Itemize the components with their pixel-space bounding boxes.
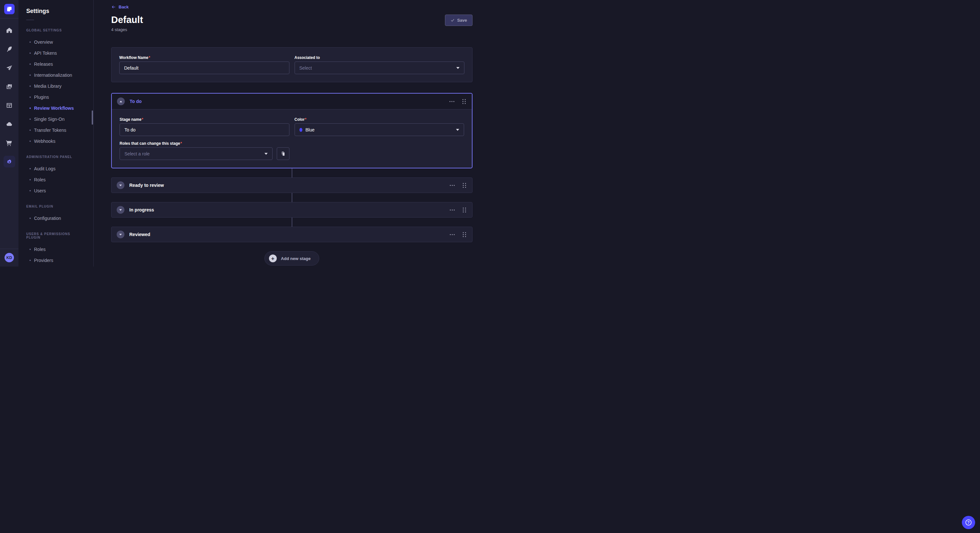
stage-card-ready-to-review: Ready to review <box>111 178 473 193</box>
stage-title: To do <box>130 99 142 104</box>
bullet-icon <box>30 260 31 261</box>
stage-card-reviewed: Reviewed <box>111 227 473 242</box>
collapse-stage-button[interactable] <box>117 97 125 105</box>
bullet-icon <box>30 217 31 219</box>
stage-body: Stage name* Color* Blue <box>112 109 472 168</box>
media-library-nav-button[interactable] <box>3 81 15 92</box>
roles-select[interactable]: Select a role <box>119 148 272 160</box>
bullet-icon <box>30 108 31 109</box>
content-type-builder-nav-button[interactable] <box>3 43 15 55</box>
sidebar-item-admin-roles[interactable]: Roles <box>19 174 93 185</box>
color-select[interactable]: Blue <box>294 124 465 136</box>
blue-color-dot-icon <box>299 128 302 132</box>
cloud-icon <box>6 121 13 128</box>
home-icon <box>6 27 13 34</box>
sidebar-item-releases[interactable]: Releases <box>19 59 93 70</box>
cloud-nav-button[interactable] <box>3 118 15 130</box>
sidebar-item-internationalization[interactable]: Internationalization <box>19 70 93 81</box>
bullet-icon <box>30 179 31 180</box>
stage-more-options-button[interactable] <box>449 208 455 212</box>
sidebar-item-email-configuration[interactable]: Configuration <box>19 213 93 224</box>
stage-title: Reviewed <box>129 232 150 237</box>
home-nav-button[interactable] <box>3 24 15 36</box>
layout-icon <box>6 102 13 109</box>
stages-list: To do Stage name* Color* <box>111 93 473 242</box>
sidebar-item-overview[interactable]: Overview <box>19 36 93 48</box>
settings-nav-button[interactable] <box>3 156 15 167</box>
duplicate-icon <box>281 151 285 156</box>
stage-name-input[interactable] <box>119 124 290 136</box>
sidebar-item-api-tokens[interactable]: API Tokens <box>19 48 93 59</box>
strapi-logo-icon[interactable] <box>4 4 14 14</box>
drag-handle-icon[interactable] <box>462 231 467 238</box>
stage-more-options-button[interactable] <box>449 184 455 187</box>
stage-more-options-button[interactable] <box>449 100 455 103</box>
stage-title: In progress <box>129 207 154 213</box>
sidebar-item-review-workflows[interactable]: Review Workflows <box>19 103 93 114</box>
sidebar-item-admin-users[interactable]: Users <box>19 185 93 196</box>
associated-to-label: Associated to <box>294 56 465 60</box>
stage-card-to-do: To do Stage name* Color* <box>111 93 473 168</box>
sidebar-item-media-library[interactable]: Media Library <box>19 81 93 92</box>
stage-header[interactable]: Ready to review <box>111 178 472 193</box>
apply-to-all-stages-button[interactable] <box>277 148 290 160</box>
stage-header[interactable]: In progress <box>111 202 472 217</box>
images-icon <box>6 83 13 90</box>
bullet-icon <box>30 97 31 98</box>
chevron-up-icon <box>119 101 122 102</box>
bullet-icon <box>30 130 31 131</box>
stage-more-options-button[interactable] <box>449 233 455 236</box>
marketplace-nav-button[interactable] <box>3 137 15 149</box>
add-new-stage-button[interactable]: + Add new stage <box>264 251 320 265</box>
drag-handle-icon[interactable] <box>462 182 467 189</box>
sidebar-item-up-roles[interactable]: Roles <box>19 244 93 255</box>
stage-header[interactable]: To do <box>112 94 472 109</box>
bullet-icon <box>30 119 31 120</box>
gear-icon <box>6 159 13 165</box>
subnav-title: Settings <box>19 8 93 14</box>
drag-handle-icon[interactable] <box>462 206 467 213</box>
bullet-icon <box>30 52 31 54</box>
chevron-down-icon <box>119 234 122 235</box>
bullet-icon <box>30 190 31 191</box>
stage-card-in-progress: In progress <box>111 202 473 217</box>
user-avatar[interactable]: KD <box>5 253 14 262</box>
chevron-down-icon <box>264 153 268 155</box>
sidebar-item-single-sign-on[interactable]: Single Sign-On <box>19 114 93 125</box>
bullet-icon <box>30 168 31 169</box>
plus-icon: + <box>269 254 277 262</box>
section-label-email-plugin: EMAIL PLUGIN <box>19 205 93 208</box>
expand-stage-button[interactable] <box>117 230 124 238</box>
title-divider <box>26 20 34 20</box>
workflow-name-input[interactable] <box>119 62 290 74</box>
arrow-left-icon <box>111 5 116 10</box>
shopping-cart-icon <box>6 140 13 146</box>
bullet-icon <box>30 249 31 250</box>
deploy-nav-button[interactable] <box>3 62 15 73</box>
stage-title: Ready to review <box>129 182 164 188</box>
sidebar-item-webhooks[interactable]: Webhooks <box>19 136 93 147</box>
expand-stage-button[interactable] <box>117 181 124 189</box>
check-icon <box>450 18 455 22</box>
logo-wrap <box>0 0 19 19</box>
stage-header[interactable]: Reviewed <box>111 227 472 242</box>
associated-to-select[interactable]: Select <box>294 62 465 74</box>
drag-handle-icon[interactable] <box>461 98 467 105</box>
subnav-scrollbar-thumb[interactable] <box>92 110 93 125</box>
stage-name-label: Stage name* <box>119 117 290 122</box>
section-label-administration-panel: ADMINISTRATION PANEL <box>19 155 93 159</box>
chevron-down-icon <box>119 209 122 211</box>
sidebar-item-up-providers[interactable]: Providers <box>19 255 93 266</box>
section-label-global-settings: GLOBAL SETTINGS <box>19 29 93 32</box>
sidebar-item-plugins[interactable]: Plugins <box>19 92 93 103</box>
page-title: Default <box>111 14 143 25</box>
save-button[interactable]: Save <box>445 14 473 26</box>
expand-stage-button[interactable] <box>117 206 124 214</box>
sidebar-item-audit-logs[interactable]: Audit Logs <box>19 163 93 174</box>
workflow-form-card: Workflow Name* Associated to Select <box>111 47 473 82</box>
sidebar-item-transfer-tokens[interactable]: Transfer Tokens <box>19 125 93 136</box>
content-manager-nav-button[interactable] <box>3 99 15 111</box>
chevron-down-icon <box>456 67 460 69</box>
back-link[interactable]: Back <box>111 5 129 10</box>
settings-subnav: Settings GLOBAL SETTINGS Overview API To… <box>19 0 94 266</box>
